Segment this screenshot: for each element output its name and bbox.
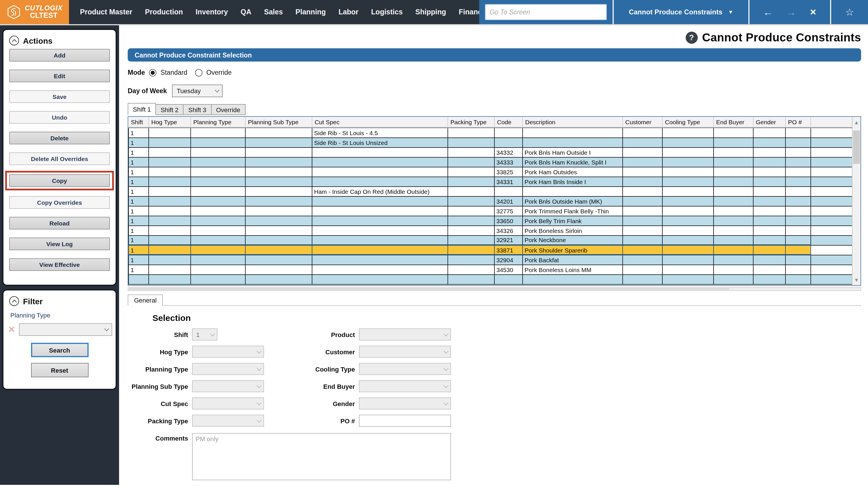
table-row[interactable]: 134530Pork Boneless Loins MM xyxy=(129,265,852,274)
cell-hog_type[interactable] xyxy=(149,167,191,177)
cell-code[interactable]: 32921 xyxy=(494,235,523,245)
cell-cut_spec[interactable] xyxy=(312,206,448,216)
cell-packing_type[interactable] xyxy=(448,265,494,274)
cell-hog_type[interactable] xyxy=(149,235,191,245)
cell-customer[interactable] xyxy=(623,255,662,265)
cell-planning_sub_type[interactable] xyxy=(245,255,312,265)
cell-description[interactable]: Pork Boneless Sirloin xyxy=(523,225,623,235)
cell-po[interactable] xyxy=(785,245,811,255)
cell-planning_sub_type[interactable] xyxy=(245,157,312,167)
nav-menu-labor[interactable]: Labor xyxy=(332,8,365,16)
cell-code[interactable]: 34530 xyxy=(494,265,523,274)
cell-end_buyer[interactable] xyxy=(714,265,753,274)
hog-type-dropdown[interactable] xyxy=(192,346,264,358)
mode-standard-radio[interactable] xyxy=(149,69,156,76)
help-icon[interactable]: ? xyxy=(685,31,698,43)
cell-planning_sub_type[interactable] xyxy=(245,177,312,186)
cell-cooling_type[interactable] xyxy=(662,157,714,167)
cell-po[interactable] xyxy=(785,157,811,167)
cell-cooling_type[interactable] xyxy=(662,138,714,147)
table-row[interactable]: 132904Pork Backfat xyxy=(129,255,852,265)
cell-gender[interactable] xyxy=(753,196,785,206)
cell-planning_sub_type[interactable] xyxy=(245,265,312,274)
cell-planning_sub_type[interactable] xyxy=(245,167,312,177)
cell-description[interactable] xyxy=(523,128,623,138)
cell-planning_sub_type[interactable] xyxy=(245,128,312,138)
cell-cut_spec[interactable] xyxy=(312,147,448,157)
cell-shift[interactable]: 1 xyxy=(129,157,149,167)
cell-packing_type[interactable] xyxy=(448,216,494,225)
cell-end_buyer[interactable] xyxy=(714,255,753,265)
cell-customer[interactable] xyxy=(623,216,662,225)
planning-sub-type-dropdown[interactable] xyxy=(192,380,264,392)
cell-planning_type[interactable] xyxy=(191,235,245,245)
cell-packing_type[interactable] xyxy=(448,128,494,138)
cell-hog_type[interactable] xyxy=(149,177,191,186)
cell-cooling_type[interactable] xyxy=(662,147,714,157)
nav-menu-inventory[interactable]: Inventory xyxy=(189,8,235,16)
cell-po[interactable] xyxy=(785,196,811,206)
cell-planning_type[interactable] xyxy=(191,245,245,255)
gender-dropdown[interactable] xyxy=(359,397,451,409)
cell-hog_type[interactable] xyxy=(149,138,191,147)
cell-po[interactable] xyxy=(785,216,811,225)
cell-description[interactable]: Pork Ham Outsides xyxy=(523,167,623,177)
cell-code[interactable] xyxy=(494,128,523,138)
cell-gender[interactable] xyxy=(753,265,785,274)
cell-gender[interactable] xyxy=(753,235,785,245)
cell-customer[interactable] xyxy=(623,235,662,245)
cell-planning_sub_type[interactable] xyxy=(245,196,312,206)
cell-packing_type[interactable] xyxy=(448,255,494,265)
table-row[interactable]: 1Side Rib - St Louis - 4.5 xyxy=(129,128,852,138)
cell-cut_spec[interactable] xyxy=(312,255,448,265)
cell-customer[interactable] xyxy=(623,225,662,235)
cell-packing_type[interactable] xyxy=(448,235,494,245)
cell-customer[interactable] xyxy=(623,157,662,167)
goto-screen-input[interactable] xyxy=(485,4,607,20)
cell-hog_type[interactable] xyxy=(149,255,191,265)
cell-end_buyer[interactable] xyxy=(714,167,753,177)
cell-packing_type[interactable] xyxy=(448,167,494,177)
cell-planning_type[interactable] xyxy=(191,206,245,216)
cell-cooling_type[interactable] xyxy=(662,265,714,274)
cell-customer[interactable] xyxy=(623,167,662,177)
cell-cooling_type[interactable] xyxy=(662,245,714,255)
cell-cut_spec[interactable] xyxy=(312,265,448,274)
tab-shift-3[interactable]: Shift 3 xyxy=(184,104,211,115)
cell-end_buyer[interactable] xyxy=(714,147,753,157)
screen-selector-dropdown[interactable]: Cannot Produce Constraints ▼ xyxy=(614,0,748,24)
cell-planning_type[interactable] xyxy=(191,157,245,167)
cell-packing_type[interactable] xyxy=(448,206,494,216)
view-log-button[interactable]: View Log xyxy=(9,238,110,250)
cell-hog_type[interactable] xyxy=(149,196,191,206)
table-row[interactable]: 134201Pork Bnls Outside Ham (MK) xyxy=(129,196,852,206)
cell-code[interactable] xyxy=(494,138,523,147)
cell-shift[interactable]: 1 xyxy=(129,186,149,196)
undo-button[interactable]: Undo xyxy=(9,111,110,124)
cell-po[interactable] xyxy=(785,225,811,235)
hscrollbar-thumb[interactable] xyxy=(129,288,730,290)
table-row-selected[interactable]: 133871Pork Shoulder Sparerib xyxy=(129,245,852,255)
cell-description[interactable]: Pork Bnls Outside Ham (MK) xyxy=(523,196,623,206)
cell-gender[interactable] xyxy=(753,128,785,138)
cell-end_buyer[interactable] xyxy=(714,216,753,225)
scroll-up-icon[interactable]: ▲ xyxy=(852,118,861,126)
cell-cooling_type[interactable] xyxy=(662,177,714,186)
cell-code[interactable]: 32904 xyxy=(494,255,523,265)
cell-planning_type[interactable] xyxy=(191,186,245,196)
cell-gender[interactable] xyxy=(753,138,785,147)
customer-dropdown[interactable] xyxy=(359,346,451,358)
nav-menu-sales[interactable]: Sales xyxy=(258,8,289,16)
edit-button[interactable]: Edit xyxy=(9,69,110,82)
cell-customer[interactable] xyxy=(623,128,662,138)
planning-type-filter-dropdown[interactable] xyxy=(19,323,112,336)
cell-description[interactable]: Pork Neckbone xyxy=(523,235,623,245)
table-row[interactable]: 133650Pork Belly Trim Flank xyxy=(129,216,852,225)
po-input[interactable] xyxy=(359,415,451,427)
cell-shift[interactable]: 1 xyxy=(129,206,149,216)
cell-cooling_type[interactable] xyxy=(662,196,714,206)
cell-description[interactable]: Pork Boneless Loins MM xyxy=(523,265,623,274)
cell-description[interactable]: Pork Trimmed Flank Belly -Thin xyxy=(523,206,623,216)
packing-type-dropdown[interactable] xyxy=(192,415,264,427)
cell-cooling_type[interactable] xyxy=(662,128,714,138)
